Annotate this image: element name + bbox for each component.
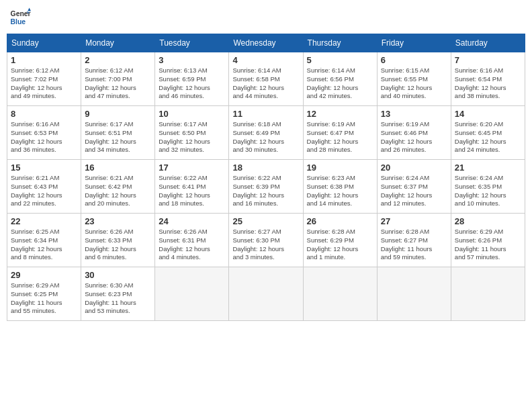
calendar-day-cell: 13Sunrise: 6:19 AM Sunset: 6:46 PM Dayli…: [377, 106, 451, 160]
calendar-week-row: 15Sunrise: 6:21 AM Sunset: 6:43 PM Dayli…: [7, 160, 525, 214]
day-number: 30: [85, 270, 151, 280]
calendar-day-cell: 2Sunrise: 6:12 AM Sunset: 7:00 PM Daylig…: [81, 52, 155, 106]
svg-text:Blue: Blue: [11, 18, 26, 26]
calendar-week-row: 8Sunrise: 6:16 AM Sunset: 6:53 PM Daylig…: [7, 106, 525, 160]
weekday-header: Friday: [377, 34, 451, 52]
day-number: 11: [232, 109, 299, 119]
calendar-day-cell: 4Sunrise: 6:14 AM Sunset: 6:58 PM Daylig…: [229, 52, 303, 106]
weekday-header: Sunday: [7, 34, 81, 52]
day-info: Sunrise: 6:29 AM Sunset: 6:25 PM Dayligh…: [11, 281, 77, 316]
day-number: 28: [455, 216, 521, 226]
day-number: 21: [455, 163, 521, 173]
day-info: Sunrise: 6:17 AM Sunset: 6:50 PM Dayligh…: [159, 120, 225, 154]
calendar-day-cell: 16Sunrise: 6:21 AM Sunset: 6:42 PM Dayli…: [81, 160, 155, 214]
calendar-day-cell: 17Sunrise: 6:22 AM Sunset: 6:41 PM Dayli…: [155, 160, 229, 214]
day-number: 6: [381, 55, 447, 65]
svg-text:General: General: [11, 10, 31, 17]
calendar-day-cell: 27Sunrise: 6:28 AM Sunset: 6:27 PM Dayli…: [377, 214, 451, 267]
day-info: Sunrise: 6:22 AM Sunset: 6:41 PM Dayligh…: [159, 174, 225, 208]
calendar-table: SundayMondayTuesdayWednesdayThursdayFrid…: [7, 34, 525, 321]
calendar-week-row: 22Sunrise: 6:25 AM Sunset: 6:34 PM Dayli…: [7, 214, 525, 267]
calendar-day-cell: 11Sunrise: 6:18 AM Sunset: 6:49 PM Dayli…: [229, 106, 303, 160]
calendar-day-cell: 1Sunrise: 6:12 AM Sunset: 7:02 PM Daylig…: [7, 52, 81, 106]
day-info: Sunrise: 6:19 AM Sunset: 6:46 PM Dayligh…: [381, 120, 447, 154]
day-info: Sunrise: 6:16 AM Sunset: 6:54 PM Dayligh…: [455, 66, 521, 101]
day-info: Sunrise: 6:16 AM Sunset: 6:53 PM Dayligh…: [11, 120, 77, 154]
calendar-day-cell: 12Sunrise: 6:19 AM Sunset: 6:47 PM Dayli…: [303, 106, 377, 160]
day-number: 23: [85, 216, 151, 226]
calendar-day-cell: 21Sunrise: 6:24 AM Sunset: 6:35 PM Dayli…: [451, 160, 525, 214]
day-info: Sunrise: 6:21 AM Sunset: 6:42 PM Dayligh…: [85, 174, 151, 208]
day-number: 19: [307, 163, 373, 173]
day-number: 13: [381, 109, 447, 119]
calendar-day-cell: 5Sunrise: 6:14 AM Sunset: 6:56 PM Daylig…: [303, 52, 377, 106]
day-info: Sunrise: 6:21 AM Sunset: 6:43 PM Dayligh…: [11, 174, 77, 208]
calendar-day-cell: 3Sunrise: 6:13 AM Sunset: 6:59 PM Daylig…: [155, 52, 229, 106]
calendar-day-cell: 22Sunrise: 6:25 AM Sunset: 6:34 PM Dayli…: [7, 214, 81, 267]
day-info: Sunrise: 6:24 AM Sunset: 6:35 PM Dayligh…: [455, 174, 521, 208]
day-number: 9: [85, 109, 151, 119]
day-number: 1: [11, 55, 77, 65]
weekday-header: Tuesday: [155, 34, 229, 52]
day-info: Sunrise: 6:20 AM Sunset: 6:45 PM Dayligh…: [455, 120, 521, 154]
weekday-header: Monday: [81, 34, 155, 52]
calendar-day-cell: [229, 267, 303, 321]
day-number: 22: [11, 216, 77, 226]
day-number: 12: [307, 109, 373, 119]
calendar-week-row: 1Sunrise: 6:12 AM Sunset: 7:02 PM Daylig…: [7, 52, 525, 106]
calendar-day-cell: [377, 267, 451, 321]
day-info: Sunrise: 6:29 AM Sunset: 6:26 PM Dayligh…: [455, 228, 521, 262]
day-info: Sunrise: 6:13 AM Sunset: 6:59 PM Dayligh…: [159, 66, 225, 101]
calendar-day-cell: 23Sunrise: 6:26 AM Sunset: 6:33 PM Dayli…: [81, 214, 155, 267]
day-number: 15: [11, 163, 77, 173]
day-number: 17: [159, 163, 225, 173]
day-info: Sunrise: 6:28 AM Sunset: 6:29 PM Dayligh…: [307, 228, 373, 262]
day-number: 2: [85, 55, 151, 65]
calendar-day-cell: 25Sunrise: 6:27 AM Sunset: 6:30 PM Dayli…: [229, 214, 303, 267]
calendar-day-cell: 24Sunrise: 6:26 AM Sunset: 6:31 PM Dayli…: [155, 214, 229, 267]
day-number: 4: [232, 55, 299, 65]
weekday-header: Wednesday: [229, 34, 303, 52]
calendar-day-cell: 28Sunrise: 6:29 AM Sunset: 6:26 PM Dayli…: [451, 214, 525, 267]
day-info: Sunrise: 6:14 AM Sunset: 6:56 PM Dayligh…: [307, 66, 373, 101]
calendar-day-cell: [451, 267, 525, 321]
calendar-day-cell: 20Sunrise: 6:24 AM Sunset: 6:37 PM Dayli…: [377, 160, 451, 214]
calendar-week-row: 29Sunrise: 6:29 AM Sunset: 6:25 PM Dayli…: [7, 267, 525, 321]
day-info: Sunrise: 6:24 AM Sunset: 6:37 PM Dayligh…: [381, 174, 447, 208]
day-info: Sunrise: 6:14 AM Sunset: 6:58 PM Dayligh…: [232, 66, 299, 101]
day-number: 29: [11, 270, 77, 280]
calendar-day-cell: 14Sunrise: 6:20 AM Sunset: 6:45 PM Dayli…: [451, 106, 525, 160]
day-number: 27: [381, 216, 447, 226]
day-info: Sunrise: 6:30 AM Sunset: 6:23 PM Dayligh…: [85, 281, 151, 316]
calendar-day-cell: 9Sunrise: 6:17 AM Sunset: 6:51 PM Daylig…: [81, 106, 155, 160]
logo: General Blue: [9, 7, 31, 28]
day-number: 25: [232, 216, 299, 226]
calendar-header-row: SundayMondayTuesdayWednesdayThursdayFrid…: [7, 34, 525, 52]
day-info: Sunrise: 6:15 AM Sunset: 6:55 PM Dayligh…: [381, 66, 447, 101]
day-number: 8: [11, 109, 77, 119]
calendar-day-cell: [303, 267, 377, 321]
day-info: Sunrise: 6:28 AM Sunset: 6:27 PM Dayligh…: [381, 228, 447, 262]
day-info: Sunrise: 6:12 AM Sunset: 7:02 PM Dayligh…: [11, 66, 77, 101]
day-number: 16: [85, 163, 151, 173]
calendar-day-cell: 15Sunrise: 6:21 AM Sunset: 6:43 PM Dayli…: [7, 160, 81, 214]
day-info: Sunrise: 6:12 AM Sunset: 7:00 PM Dayligh…: [85, 66, 151, 101]
day-info: Sunrise: 6:23 AM Sunset: 6:38 PM Dayligh…: [307, 174, 373, 208]
calendar-day-cell: 7Sunrise: 6:16 AM Sunset: 6:54 PM Daylig…: [451, 52, 525, 106]
day-number: 14: [455, 109, 521, 119]
calendar-day-cell: 18Sunrise: 6:22 AM Sunset: 6:39 PM Dayli…: [229, 160, 303, 214]
day-info: Sunrise: 6:27 AM Sunset: 6:30 PM Dayligh…: [232, 228, 299, 262]
calendar-day-cell: 6Sunrise: 6:15 AM Sunset: 6:55 PM Daylig…: [377, 52, 451, 106]
calendar-day-cell: 8Sunrise: 6:16 AM Sunset: 6:53 PM Daylig…: [7, 106, 81, 160]
calendar-day-cell: 26Sunrise: 6:28 AM Sunset: 6:29 PM Dayli…: [303, 214, 377, 267]
logo-icon: General Blue: [9, 7, 31, 28]
calendar-day-cell: 29Sunrise: 6:29 AM Sunset: 6:25 PM Dayli…: [7, 267, 81, 321]
svg-marker-2: [28, 8, 31, 11]
day-info: Sunrise: 6:25 AM Sunset: 6:34 PM Dayligh…: [11, 228, 77, 262]
day-info: Sunrise: 6:26 AM Sunset: 6:31 PM Dayligh…: [159, 228, 225, 262]
day-number: 10: [159, 109, 225, 119]
calendar-day-cell: 19Sunrise: 6:23 AM Sunset: 6:38 PM Dayli…: [303, 160, 377, 214]
day-info: Sunrise: 6:18 AM Sunset: 6:49 PM Dayligh…: [232, 120, 299, 154]
day-number: 3: [159, 55, 225, 65]
calendar-day-cell: 10Sunrise: 6:17 AM Sunset: 6:50 PM Dayli…: [155, 106, 229, 160]
